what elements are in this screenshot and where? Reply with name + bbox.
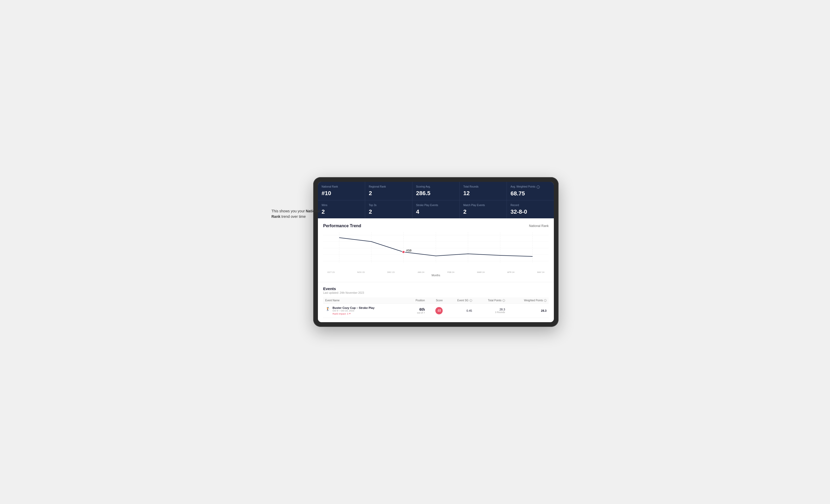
event-score-cell: -22 xyxy=(427,303,445,318)
event-date: Oct 9 – Oct 10, 2023 xyxy=(332,309,375,312)
rank-impact-arrow-icon: ▼ xyxy=(349,312,351,315)
chart-label-dec23: DEC 23 xyxy=(386,271,396,273)
stat-match-play-value: 2 xyxy=(463,208,503,215)
stat-match-play-events: Match Play Events 2 xyxy=(459,200,507,219)
event-sg-info-icon[interactable]: i xyxy=(470,299,472,302)
stat-national-rank-value: #10 xyxy=(322,190,361,197)
total-points-info-icon[interactable]: i xyxy=(503,299,505,302)
stat-top3s: Top 3s 2 xyxy=(365,200,412,219)
stat-regional-rank: Regional Rank 2 xyxy=(365,182,412,200)
col-score: Score xyxy=(427,297,445,304)
stat-top3s-value: 2 xyxy=(369,208,409,215)
chart-label-feb24: FEB 24 xyxy=(446,271,456,273)
svg-point-13 xyxy=(402,251,405,253)
events-updated: Last updated: 24th November 2023 xyxy=(323,292,549,294)
annotation-text: This shows you your National Rank trend … xyxy=(272,208,324,220)
chart-label-jan24: JAN 24 xyxy=(416,271,426,273)
stats-row-1: National Rank #10 Regional Rank 2 Scorin… xyxy=(318,182,554,200)
performance-header: Performance Trend National Rank xyxy=(323,224,549,228)
event-icon: 🏌 xyxy=(325,306,330,311)
stat-total-rounds-value: 12 xyxy=(463,190,503,197)
event-total-points-cell: 28.3 3 Rounds xyxy=(474,303,507,318)
rank-impact: Rank Impact: 3 ▼ xyxy=(332,312,375,315)
events-section: Events Last updated: 24th November 2023 … xyxy=(318,282,554,322)
stats-row-2: Wins 2 Top 3s 2 Stroke Play Events 4 Mat… xyxy=(318,200,554,219)
performance-title: Performance Trend xyxy=(323,224,361,228)
svg-text:#10: #10 xyxy=(406,249,412,252)
chart-label-may24: MAY 24 xyxy=(536,271,546,273)
stat-stroke-play-events: Stroke Play Events 4 xyxy=(412,200,459,219)
performance-chart: #10 xyxy=(323,232,549,269)
event-position-sub: out of 7 xyxy=(408,311,425,314)
event-weighted-points-cell: 28.3 xyxy=(507,303,549,318)
event-position-cell: 6th out of 7 xyxy=(406,303,427,318)
event-sg-cell: 0.45 xyxy=(445,303,474,318)
chart-svg: #10 xyxy=(323,232,549,266)
tablet-screen: National Rank #10 Regional Rank 2 Scorin… xyxy=(318,182,554,322)
event-name-cell: 🏌 Buster Cozy Cup – Stroke Play Oct 9 – … xyxy=(323,303,406,318)
chart-label-nov23: NOV 23 xyxy=(356,271,366,273)
stat-stroke-play-label: Stroke Play Events xyxy=(416,203,456,207)
stat-scoring-avg-label: Scoring Avg. xyxy=(416,185,456,188)
stat-regional-rank-label: Regional Rank xyxy=(369,185,409,188)
event-sg-value: 0.45 xyxy=(467,309,472,312)
stat-wins: Wins 2 xyxy=(318,200,365,219)
stat-avg-weighted-points: Avg. Weighted Points i 68.75 xyxy=(507,182,554,200)
events-table: Event Name Position Score Event SG i xyxy=(323,297,549,318)
col-event-name: Event Name xyxy=(323,297,406,304)
events-table-header: Event Name Position Score Event SG i xyxy=(323,297,549,304)
stat-scoring-avg: Scoring Avg. 286.5 xyxy=(412,182,459,200)
col-event-sg: Event SG i xyxy=(445,297,474,304)
stat-scoring-avg-value: 286.5 xyxy=(416,190,456,197)
event-total-points: 28.3 xyxy=(476,308,505,311)
chart-x-labels: OCT 23 NOV 23 DEC 23 JAN 24 FEB 24 MAR 2… xyxy=(323,271,549,273)
event-name: Buster Cozy Cup – Stroke Play xyxy=(332,306,375,309)
stat-avg-weighted-points-label: Avg. Weighted Points i xyxy=(511,185,550,188)
stat-record-value: 32-8-0 xyxy=(511,208,550,215)
performance-subtitle: National Rank xyxy=(529,224,549,228)
col-weighted-points: Weighted Points i xyxy=(507,297,549,304)
stat-national-rank: National Rank #10 xyxy=(318,182,365,200)
stat-avg-weighted-points-value: 68.75 xyxy=(511,190,550,197)
stat-record: Record 32-8-0 xyxy=(507,200,554,219)
event-position: 6th xyxy=(408,307,425,311)
events-title: Events xyxy=(323,287,549,291)
event-weighted-points: 28.3 xyxy=(541,309,547,312)
stat-total-rounds-label: Total Rounds xyxy=(463,185,503,188)
col-total-points: Total Points i xyxy=(474,297,507,304)
tablet-frame: National Rank #10 Regional Rank 2 Scorin… xyxy=(313,177,558,327)
event-total-points-sub: 3 Rounds xyxy=(476,311,505,313)
stat-national-rank-label: National Rank xyxy=(322,185,361,188)
weighted-points-info-icon[interactable]: i xyxy=(544,299,547,302)
chart-x-title: Months xyxy=(323,274,549,277)
chart-label-mar24: MAR 24 xyxy=(476,271,486,273)
event-score-badge: -22 xyxy=(435,307,443,314)
stat-regional-rank-value: 2 xyxy=(369,190,409,197)
table-row: 🏌 Buster Cozy Cup – Stroke Play Oct 9 – … xyxy=(323,303,549,318)
stat-total-rounds: Total Rounds 12 xyxy=(459,182,507,200)
col-position: Position xyxy=(406,297,427,304)
stat-record-label: Record xyxy=(511,203,550,207)
stat-wins-value: 2 xyxy=(322,208,361,215)
stat-stroke-play-value: 4 xyxy=(416,208,456,215)
stat-match-play-label: Match Play Events xyxy=(463,203,503,207)
stat-top3s-label: Top 3s xyxy=(369,203,409,207)
performance-section: Performance Trend National Rank xyxy=(318,219,554,282)
stat-wins-label: Wins xyxy=(322,203,361,207)
chart-label-oct23: OCT 23 xyxy=(326,271,336,273)
chart-label-apr24: APR 24 xyxy=(506,271,516,273)
avg-weighted-info-icon[interactable]: i xyxy=(537,186,540,189)
